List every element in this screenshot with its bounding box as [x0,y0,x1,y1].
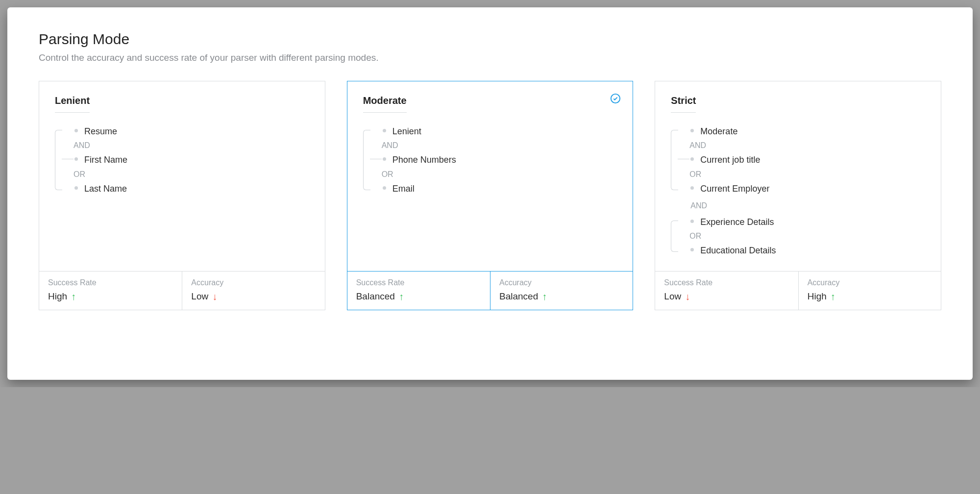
rule-op-or: OR [381,167,617,182]
rule-leaf: Last Name [73,182,309,196]
rule-op-or: OR [73,167,309,182]
rule-leaf: Phone Numbers [381,153,617,167]
rule-leaf: Email [381,182,617,196]
metric-success: Success Rate Balanced ↑ [347,272,490,310]
rule-op-and: AND [688,138,925,153]
metric-value: Low ↓ [191,291,316,302]
metric-accuracy: Accuracy Low ↓ [182,272,324,310]
rule-leaf: Experience Details [688,215,925,229]
metric-label: Success Rate [664,278,789,287]
card-title: Moderate [363,95,407,113]
arrow-up-icon: ↑ [542,292,547,301]
mode-card-strict[interactable]: Strict Moderate AND Current job title OR… [655,81,941,310]
arrow-up-icon: ↑ [399,292,404,301]
metric-label: Success Rate [48,278,173,287]
mode-card-lenient[interactable]: Lenient Resume AND First Name OR Last Na… [39,81,325,310]
rule-leaf: Lenient [381,124,617,138]
card-footer: Success Rate Balanced ↑ Accuracy Balance… [347,271,633,310]
metric-value: High ↑ [48,291,173,302]
metric-label: Accuracy [499,278,624,287]
mode-cards: Lenient Resume AND First Name OR Last Na… [39,81,941,310]
rule-op-and: AND [671,199,925,215]
rule-leaf: Educational Details [688,244,925,257]
rule-leaf: Current Employer [688,182,925,196]
card-footer: Success Rate High ↑ Accuracy Low ↓ [39,271,325,310]
card-footer: Success Rate Low ↓ Accuracy High ↑ [655,271,941,310]
page-title: Parsing Mode [39,31,941,48]
arrow-up-icon: ↑ [831,292,835,301]
rule-leaf: Current job title [688,153,925,167]
metric-value: Low ↓ [664,291,789,302]
rule-op-and: AND [73,138,309,153]
parsing-mode-panel: Parsing Mode Control the accuracy and su… [7,7,973,380]
rule-group: Moderate AND Current job title OR Curren… [671,124,925,196]
rule-tree: Moderate AND Current job title OR Curren… [671,124,925,257]
arrow-down-icon: ↓ [212,292,217,301]
svg-point-0 [611,94,620,103]
rule-op-or: OR [688,167,925,182]
rule-leaf: Moderate [688,124,925,138]
metric-value: Balanced ↑ [356,291,481,302]
rule-group: Experience Details OR Educational Detail… [671,215,925,258]
rule-op-or: OR [688,229,925,244]
card-title: Lenient [55,95,90,113]
check-circle-icon [610,93,621,104]
card-title: Strict [671,95,696,113]
arrow-up-icon: ↑ [71,292,76,301]
metric-value: High ↑ [808,291,932,302]
rule-group: Lenient AND Phone Numbers OR Email [363,124,617,196]
rule-tree: Resume AND First Name OR Last Name [55,124,309,196]
mode-card-moderate[interactable]: Moderate Lenient AND Phone Numbers OR Em… [347,81,634,310]
rule-leaf: Resume [73,124,309,138]
metric-success: Success Rate High ↑ [39,272,182,310]
rule-tree: Lenient AND Phone Numbers OR Email [363,124,617,196]
metric-accuracy: Accuracy High ↑ [798,272,941,310]
metric-value: Balanced ↑ [499,291,624,302]
metric-accuracy: Accuracy Balanced ↑ [490,272,633,310]
arrow-down-icon: ↓ [685,292,690,301]
rule-leaf: First Name [73,153,309,167]
rule-group: Resume AND First Name OR Last Name [55,124,309,196]
page-subtitle: Control the accuracy and success rate of… [39,52,941,63]
metric-success: Success Rate Low ↓ [655,272,798,310]
metric-label: Accuracy [191,278,316,287]
rule-op-and: AND [381,138,617,153]
metric-label: Accuracy [808,278,932,287]
metric-label: Success Rate [356,278,481,287]
